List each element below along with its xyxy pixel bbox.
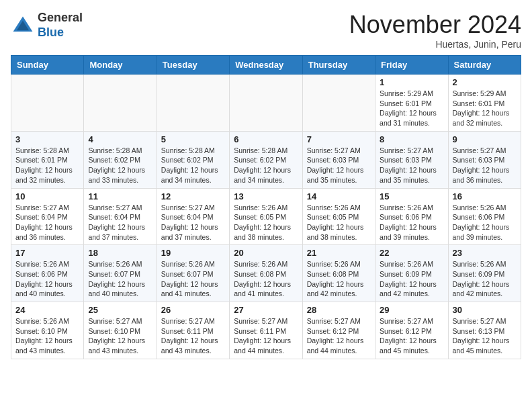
day-number: 24 (15, 305, 79, 315)
col-header-saturday: Saturday (448, 56, 521, 75)
day-info: Sunrise: 5:29 AM Sunset: 6:01 PM Dayligh… (380, 89, 443, 128)
day-number: 22 (380, 248, 443, 258)
calendar-cell: 11Sunrise: 5:27 AM Sunset: 6:04 PM Dayli… (84, 188, 157, 245)
day-number: 12 (161, 191, 225, 201)
col-header-monday: Monday (84, 56, 157, 75)
day-number: 6 (234, 134, 298, 144)
calendar-week-0: 1Sunrise: 5:29 AM Sunset: 6:01 PM Daylig… (11, 75, 521, 132)
day-info: Sunrise: 5:26 AM Sunset: 6:07 PM Dayligh… (161, 259, 225, 299)
calendar-cell: 9Sunrise: 5:27 AM Sunset: 6:03 PM Daylig… (448, 131, 521, 188)
day-info: Sunrise: 5:27 AM Sunset: 6:12 PM Dayligh… (307, 316, 371, 356)
calendar-cell (230, 75, 302, 132)
calendar-cell: 24Sunrise: 5:26 AM Sunset: 6:10 PM Dayli… (11, 302, 84, 359)
day-number: 9 (453, 134, 517, 144)
day-info: Sunrise: 5:27 AM Sunset: 6:03 PM Dayligh… (453, 146, 517, 185)
day-info: Sunrise: 5:27 AM Sunset: 6:11 PM Dayligh… (234, 316, 298, 356)
calendar-cell: 5Sunrise: 5:28 AM Sunset: 6:02 PM Daylig… (157, 131, 229, 188)
calendar-cell: 10Sunrise: 5:27 AM Sunset: 6:04 PM Dayli… (11, 188, 84, 245)
day-info: Sunrise: 5:27 AM Sunset: 6:03 PM Dayligh… (307, 146, 371, 185)
day-info: Sunrise: 5:27 AM Sunset: 6:04 PM Dayligh… (15, 203, 79, 242)
day-info: Sunrise: 5:27 AM Sunset: 6:11 PM Dayligh… (161, 316, 225, 356)
day-info: Sunrise: 5:28 AM Sunset: 6:02 PM Dayligh… (161, 146, 225, 185)
calendar-cell: 27Sunrise: 5:27 AM Sunset: 6:11 PM Dayli… (230, 302, 302, 359)
day-number: 20 (234, 248, 298, 258)
calendar-cell: 20Sunrise: 5:26 AM Sunset: 6:08 PM Dayli… (230, 245, 302, 302)
day-number: 2 (453, 77, 517, 87)
logo-icon (11, 13, 35, 38)
day-number: 10 (15, 191, 79, 201)
day-number: 17 (15, 248, 79, 258)
day-number: 29 (380, 305, 443, 315)
calendar-week-1: 3Sunrise: 5:28 AM Sunset: 6:01 PM Daylig… (11, 131, 521, 188)
day-number: 27 (234, 305, 298, 315)
day-info: Sunrise: 5:27 AM Sunset: 6:03 PM Dayligh… (380, 146, 443, 185)
day-number: 3 (15, 134, 79, 144)
day-number: 7 (307, 134, 371, 144)
col-header-wednesday: Wednesday (230, 56, 302, 75)
day-info: Sunrise: 5:27 AM Sunset: 6:13 PM Dayligh… (453, 316, 517, 356)
calendar-cell: 28Sunrise: 5:27 AM Sunset: 6:12 PM Dayli… (302, 302, 375, 359)
calendar-cell: 4Sunrise: 5:28 AM Sunset: 6:02 PM Daylig… (84, 131, 157, 188)
day-info: Sunrise: 5:26 AM Sunset: 6:06 PM Dayligh… (453, 203, 517, 242)
day-info: Sunrise: 5:26 AM Sunset: 6:08 PM Dayligh… (307, 259, 371, 299)
calendar-cell: 25Sunrise: 5:27 AM Sunset: 6:10 PM Dayli… (84, 302, 157, 359)
col-header-friday: Friday (375, 56, 448, 75)
day-info: Sunrise: 5:28 AM Sunset: 6:01 PM Dayligh… (15, 146, 79, 185)
day-number: 15 (380, 191, 443, 201)
calendar-week-3: 17Sunrise: 5:26 AM Sunset: 6:06 PM Dayli… (11, 245, 521, 302)
day-number: 8 (380, 134, 443, 144)
day-info: Sunrise: 5:26 AM Sunset: 6:09 PM Dayligh… (380, 259, 443, 299)
day-info: Sunrise: 5:26 AM Sunset: 6:09 PM Dayligh… (453, 259, 517, 299)
month-title: November 2024 (349, 11, 521, 39)
calendar-cell: 1Sunrise: 5:29 AM Sunset: 6:01 PM Daylig… (375, 75, 448, 132)
logo-text: General Blue (38, 11, 83, 40)
calendar-cell (302, 75, 375, 132)
day-number: 21 (307, 248, 371, 258)
day-number: 14 (307, 191, 371, 201)
calendar-cell: 21Sunrise: 5:26 AM Sunset: 6:08 PM Dayli… (302, 245, 375, 302)
calendar-cell: 13Sunrise: 5:26 AM Sunset: 6:05 PM Dayli… (230, 188, 302, 245)
calendar-cell: 7Sunrise: 5:27 AM Sunset: 6:03 PM Daylig… (302, 131, 375, 188)
col-header-thursday: Thursday (302, 56, 375, 75)
day-info: Sunrise: 5:26 AM Sunset: 6:06 PM Dayligh… (15, 259, 79, 299)
day-info: Sunrise: 5:29 AM Sunset: 6:01 PM Dayligh… (453, 89, 517, 128)
day-number: 18 (88, 248, 152, 258)
calendar-cell: 23Sunrise: 5:26 AM Sunset: 6:09 PM Dayli… (448, 245, 521, 302)
day-info: Sunrise: 5:26 AM Sunset: 6:05 PM Dayligh… (234, 203, 298, 242)
day-number: 26 (161, 305, 225, 315)
calendar-table: SundayMondayTuesdayWednesdayThursdayFrid… (11, 55, 521, 359)
calendar-week-2: 10Sunrise: 5:27 AM Sunset: 6:04 PM Dayli… (11, 188, 521, 245)
calendar-cell: 8Sunrise: 5:27 AM Sunset: 6:03 PM Daylig… (375, 131, 448, 188)
calendar-cell (84, 75, 157, 132)
calendar-cell: 14Sunrise: 5:26 AM Sunset: 6:05 PM Dayli… (302, 188, 375, 245)
page-header: General Blue November 2024 Huertas, Juni… (11, 11, 521, 50)
calendar-cell: 22Sunrise: 5:26 AM Sunset: 6:09 PM Dayli… (375, 245, 448, 302)
calendar-cell (157, 75, 229, 132)
calendar-cell: 29Sunrise: 5:27 AM Sunset: 6:12 PM Dayli… (375, 302, 448, 359)
logo-blue: Blue (38, 26, 83, 40)
calendar-cell: 17Sunrise: 5:26 AM Sunset: 6:06 PM Dayli… (11, 245, 84, 302)
calendar-cell: 26Sunrise: 5:27 AM Sunset: 6:11 PM Dayli… (157, 302, 229, 359)
day-number: 19 (161, 248, 225, 258)
day-number: 23 (453, 248, 517, 258)
day-info: Sunrise: 5:26 AM Sunset: 6:10 PM Dayligh… (15, 316, 79, 356)
day-info: Sunrise: 5:27 AM Sunset: 6:10 PM Dayligh… (88, 316, 152, 356)
day-info: Sunrise: 5:28 AM Sunset: 6:02 PM Dayligh… (234, 146, 298, 185)
logo-general: General (38, 11, 83, 26)
col-header-sunday: Sunday (11, 56, 84, 75)
day-number: 11 (88, 191, 152, 201)
day-info: Sunrise: 5:27 AM Sunset: 6:04 PM Dayligh… (161, 203, 225, 242)
calendar-cell: 6Sunrise: 5:28 AM Sunset: 6:02 PM Daylig… (230, 131, 302, 188)
day-number: 1 (380, 77, 443, 87)
location: Huertas, Junin, Peru (349, 39, 521, 50)
day-info: Sunrise: 5:28 AM Sunset: 6:02 PM Dayligh… (88, 146, 152, 185)
day-number: 30 (453, 305, 517, 315)
day-info: Sunrise: 5:26 AM Sunset: 6:05 PM Dayligh… (307, 203, 371, 242)
title-block: November 2024 Huertas, Junin, Peru (349, 11, 521, 50)
day-number: 16 (453, 191, 517, 201)
calendar-cell: 2Sunrise: 5:29 AM Sunset: 6:01 PM Daylig… (448, 75, 521, 132)
calendar-header-row: SundayMondayTuesdayWednesdayThursdayFrid… (11, 56, 521, 75)
day-number: 28 (307, 305, 371, 315)
calendar-cell: 18Sunrise: 5:26 AM Sunset: 6:07 PM Dayli… (84, 245, 157, 302)
day-number: 13 (234, 191, 298, 201)
